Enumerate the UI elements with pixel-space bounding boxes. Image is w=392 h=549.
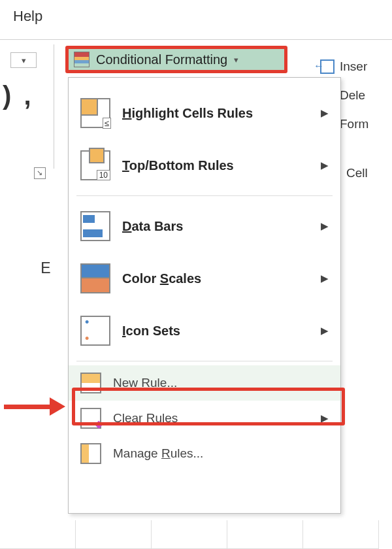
menu-label: Manage Rules... — [113, 446, 329, 461]
dialog-launcher-icon[interactable] — [34, 167, 46, 179]
cell[interactable] — [227, 520, 303, 549]
chevron-down-icon: ▾ — [22, 56, 26, 65]
chevron-right-icon: ▶ — [321, 107, 329, 119]
cells-group-label: Cell — [346, 166, 368, 180]
menu-divider — [76, 195, 333, 196]
insert-icon — [320, 59, 335, 74]
insert-label: Inser — [340, 59, 367, 74]
menu-label: Top/Bottom Rules — [122, 158, 309, 173]
conditional-formatting-icon — [74, 52, 90, 67]
worksheet-grid[interactable] — [0, 520, 392, 549]
chevron-right-icon: ▶ — [321, 220, 329, 232]
highlight-cells-icon — [80, 98, 110, 128]
format-label: Form — [340, 117, 368, 131]
color-scales-icon — [80, 263, 110, 293]
annotation-arrow — [4, 399, 68, 414]
chevron-right-icon: ▶ — [321, 273, 329, 284]
cell[interactable] — [303, 520, 379, 549]
menu-highlight-cells-rules[interactable]: Highlight Cells Rules ▶ — [69, 87, 340, 139]
ribbon-divider — [54, 44, 54, 169]
conditional-formatting-label: Conditional Formatting — [96, 52, 227, 67]
cell[interactable] — [152, 520, 227, 549]
new-rule-icon — [80, 373, 101, 393]
conditional-formatting-menu: Highlight Cells Rules ▶ Top/Bottom Rules… — [68, 77, 341, 514]
conditional-formatting-button[interactable]: Conditional Formatting ▾ — [65, 46, 287, 73]
number-format-sample[interactable]: ) , — [3, 81, 34, 110]
menu-clear-rules[interactable]: Clear Rules ▶ — [69, 401, 340, 436]
chevron-right-icon: ▶ — [321, 159, 329, 171]
menu-color-scales[interactable]: Color Scales ▶ — [69, 252, 340, 305]
manage-rules-icon — [80, 443, 101, 464]
chevron-right-icon: ▶ — [321, 412, 329, 424]
menu-label: Highlight Cells Rules — [122, 106, 309, 121]
menu-label: Data Bars — [122, 219, 309, 234]
clear-rules-icon — [80, 408, 101, 429]
menu-manage-rules[interactable]: Manage Rules... — [69, 436, 340, 471]
cell[interactable] — [76, 520, 152, 549]
format-dropdown[interactable]: ▾ — [10, 52, 37, 68]
delete-label: Dele — [340, 88, 365, 103]
menu-icon-sets[interactable]: Icon Sets ▶ — [69, 305, 340, 357]
chevron-down-icon: ▾ — [234, 55, 238, 65]
data-bars-icon — [80, 211, 110, 241]
tab-help[interactable]: Help — [13, 8, 42, 25]
menu-divider — [76, 361, 333, 361]
menu-label: Clear Rules — [113, 411, 309, 425]
menu-label: Icon Sets — [122, 324, 309, 339]
menu-new-rule[interactable]: New Rule... — [69, 365, 340, 401]
chevron-right-icon: ▶ — [321, 325, 329, 337]
top-bottom-icon — [80, 150, 110, 180]
menu-data-bars[interactable]: Data Bars ▶ — [69, 200, 340, 252]
menu-label: New Rule... — [113, 376, 329, 390]
cell[interactable] — [0, 520, 76, 549]
icon-sets-icon — [80, 316, 110, 346]
menu-label: Color Scales — [122, 271, 309, 286]
menu-top-bottom-rules[interactable]: Top/Bottom Rules ▶ — [69, 139, 340, 191]
